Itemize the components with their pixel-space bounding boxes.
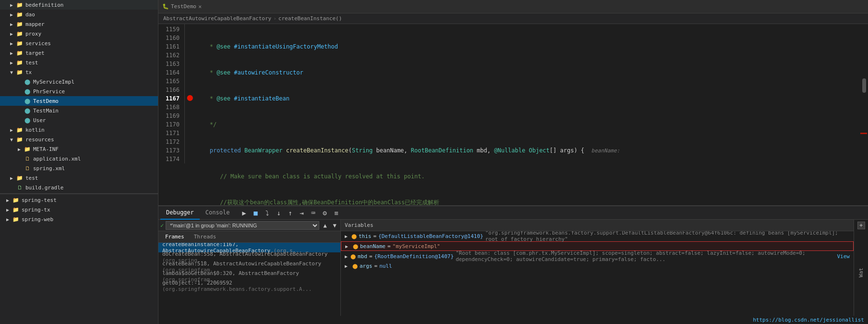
run-to-cursor-button[interactable]: ⇥: [297, 208, 306, 218]
debug-tab-bar: Debugger Console ▶ ■ ⤵ ↓ ↑ ⇥ ⌨ ⚙ ≡: [158, 206, 868, 220]
sidebar-label: proxy: [25, 31, 158, 37]
java-file-icon: ⬤: [23, 79, 32, 85]
step-over-button[interactable]: ⤵: [262, 208, 272, 218]
expand-arrow: ▶: [345, 234, 350, 239]
sidebar-item-test2[interactable]: ▶ 📁 test: [0, 173, 158, 183]
sidebar-item-tx[interactable]: ▼ 📁 tx: [0, 67, 158, 77]
variables-panel: Variables ▶ ⬤ this = {DefaultListableBea…: [341, 220, 854, 316]
sidebar-item-spring-xml[interactable]: 🗋 spring.xml: [0, 163, 158, 173]
url-link[interactable]: https://blog.csdn.net/jessionallist: [753, 317, 864, 323]
debug-main-area: ✓ *'main'@1 in group 'main': RUNNING ▲ ▼…: [158, 220, 868, 316]
var-info: "org.springframework.beans.factory.suppo…: [485, 231, 850, 242]
expand-arrow: ▼: [8, 137, 15, 142]
thread-dropdown[interactable]: *'main'@1 in group 'main': RUNNING: [166, 221, 319, 230]
sidebar-label: application.xml: [33, 156, 158, 162]
sidebar-label: spring.xml: [33, 165, 158, 172]
prev-thread-button[interactable]: ▲: [321, 222, 329, 229]
line-num: 1165: [158, 77, 180, 86]
var-equals: =: [369, 253, 373, 260]
line-num: 1171: [158, 129, 180, 137]
frames-threads-header: Frames Threads: [158, 231, 340, 243]
expand-arrow: ▼: [8, 70, 15, 75]
debug-tab-label: TestDemo: [171, 3, 196, 10]
close-tab-button[interactable]: ×: [198, 3, 202, 10]
folder-icon: 📁: [15, 31, 24, 37]
tab-threads[interactable]: Threads: [191, 233, 219, 241]
var-value: {RootBeanDefinition@1407}: [374, 253, 454, 260]
sidebar-item-services[interactable]: ▶ 📁 services: [0, 38, 158, 48]
resume-button[interactable]: ▶: [239, 208, 249, 218]
var-name: beanName: [360, 243, 386, 249]
more-options-button[interactable]: ≡: [331, 208, 341, 218]
right-scrollbar[interactable]: [861, 24, 868, 205]
line-num: 1168: [158, 103, 180, 112]
variable-this[interactable]: ▶ ⬤ this = {DefaultListableBeanFactory@1…: [341, 231, 854, 241]
gutter-item: [185, 50, 194, 59]
gutter-item: [185, 111, 194, 119]
folder-icon: 📁: [15, 127, 24, 133]
variable-beanname[interactable]: ▶ ⬤ beanName = "myServiceImpl": [341, 241, 854, 251]
variable-icon: ⬤: [350, 254, 356, 259]
sidebar-item-testmain[interactable]: ⬤ TestMain: [0, 106, 158, 115]
gutter-item: [185, 67, 194, 76]
next-thread-button[interactable]: ▼: [331, 222, 338, 229]
java-file-icon: ⬤: [23, 88, 32, 95]
main-container: ▶ 📁 bedefinition ▶ 📁 dao ▶ 📁 mapper ▶ 📁 …: [0, 0, 868, 324]
var-name: this: [359, 233, 372, 239]
sidebar-item-meta-inf[interactable]: ▶ 📁 META-INF: [0, 144, 158, 154]
sidebar-item-bedefinition[interactable]: ▶ 📁 bedefinition: [0, 0, 158, 10]
sidebar-item-test-folder[interactable]: ▶ 📁 test: [0, 58, 158, 67]
watch-panel: + Wat: [854, 220, 868, 316]
sidebar-item-application-xml[interactable]: 🗋 application.xml: [0, 154, 158, 163]
tab-console[interactable]: Console: [200, 206, 236, 220]
step-out-button[interactable]: ↑: [285, 208, 295, 218]
sidebar-label: kotlin: [25, 127, 158, 133]
expand-arrow: ▶: [8, 127, 15, 133]
sidebar-item-kotlin[interactable]: ▶ 📁 kotlin: [0, 125, 158, 135]
line-num: 1167: [158, 94, 180, 103]
view-link[interactable]: View: [837, 253, 850, 260]
settings-button[interactable]: ⚙: [320, 208, 329, 218]
gutter-item: [185, 59, 194, 67]
expand-arrow: ▶: [345, 244, 351, 249]
url-bar: https://blog.csdn.net/jessionallist: [158, 316, 868, 324]
watch-label: Wat: [858, 268, 864, 277]
evaluate-button[interactable]: ⌨: [308, 208, 318, 218]
sidebar-item-spring-tx[interactable]: ▶ 📁 spring-tx: [0, 205, 158, 214]
sidebar-item-resources[interactable]: ▼ 📁 resources: [0, 135, 158, 144]
sidebar-item-build-gradle[interactable]: 🗋 build.gradle: [0, 183, 158, 192]
sidebar-label: services: [25, 40, 158, 47]
variable-args[interactable]: ▶ ⬤ args = null: [341, 261, 854, 271]
sidebar-item-phrservice[interactable]: ⬤ PhrService: [0, 87, 158, 96]
line-num: 1174: [158, 155, 180, 163]
breadcrumb: AbstractAutowireCapableBeanFactory › cre…: [158, 13, 868, 24]
gutter-item: [185, 76, 194, 85]
sidebar-item-spring-web[interactable]: ▶ 📁 spring-web: [0, 214, 158, 224]
gutter-item: [185, 102, 194, 111]
sidebar-item-myserviceimpl[interactable]: ⬤ MyServiceImpl: [0, 77, 158, 87]
stop-button[interactable]: ■: [251, 208, 260, 218]
tab-frames[interactable]: Frames: [162, 233, 187, 241]
variables-header: Variables: [341, 220, 854, 231]
sidebar-item-user[interactable]: ⬤ User: [0, 115, 158, 125]
sidebar-item-target[interactable]: ▶ 📁 target: [0, 48, 158, 58]
sidebar-item-mapper[interactable]: ▶ 📁 mapper: [0, 19, 158, 29]
add-watch-button[interactable]: +: [857, 222, 865, 229]
gutter-item: [185, 119, 194, 128]
sidebar-item-spring-test[interactable]: ▶ 📁 spring-test: [0, 195, 158, 205]
step-into-button[interactable]: ↓: [274, 208, 283, 218]
expand-arrow: ▶: [8, 22, 15, 27]
expand-arrow: ▶: [8, 50, 15, 56]
xml-file-icon: 🗋: [23, 156, 32, 162]
var-info: "Root bean: class [com.phr.tx.MyServiceI…: [456, 250, 833, 262]
sidebar-item-dao[interactable]: ▶ 📁 dao: [0, 10, 158, 19]
var-value: "myServiceImpl": [393, 243, 440, 249]
frame-item[interactable]: getObject:-1, 22069592 (org.springframew…: [158, 281, 340, 291]
line-num: 1162: [158, 51, 180, 60]
sidebar-item-testdemo[interactable]: ⬤ TestDemo: [0, 96, 158, 106]
sidebar-item-proxy[interactable]: ▶ 📁 proxy: [0, 29, 158, 38]
tab-debugger[interactable]: Debugger: [160, 206, 200, 220]
variable-mbd[interactable]: ▶ ⬤ mbd = {RootBeanDefinition@1407} "Roo…: [341, 251, 854, 261]
folder-icon: 📁: [15, 50, 24, 56]
folder-icon: 📁: [15, 69, 24, 75]
